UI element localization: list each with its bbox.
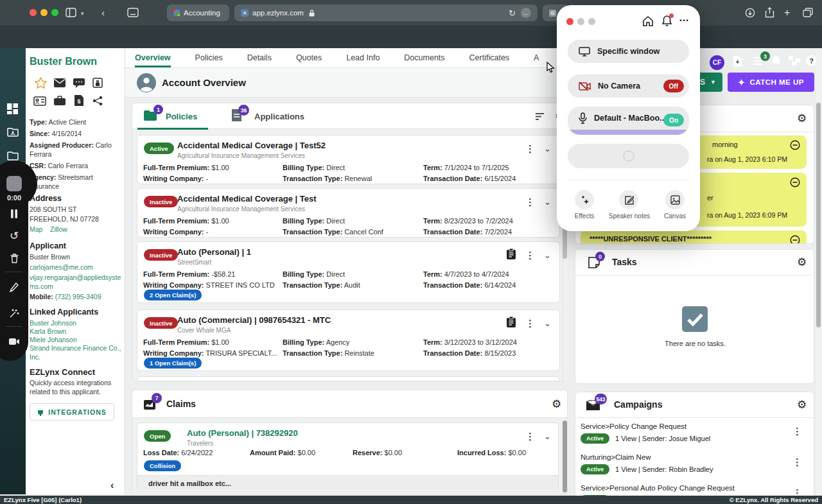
invoice-icon[interactable]: $ [74, 95, 83, 106]
open-claims-pill[interactable]: 2 Open Claim(s) [144, 290, 202, 300]
open-claims-pill[interactable]: 1 Open Claim(s) [144, 358, 202, 369]
tab-overview-icon[interactable] [803, 8, 813, 17]
mobile-link[interactable]: (732) 995-3409 [55, 293, 101, 300]
tab-details[interactable]: Details [247, 53, 272, 62]
clipboard-icon[interactable] [507, 317, 516, 327]
downloads-icon[interactable] [745, 8, 755, 18]
claims-scrollbar-thumb[interactable] [563, 421, 567, 492]
claim-title[interactable]: Auto (Personal) | 738292920 [187, 428, 298, 438]
favorite-star-icon[interactable] [35, 77, 47, 89]
sort-icon[interactable] [536, 112, 546, 121]
delete-recording-icon[interactable] [0, 254, 28, 263]
expand-chevron-icon[interactable]: ⌄ [544, 431, 551, 441]
speaker-notes-button[interactable] [619, 190, 638, 209]
dashboard-icon[interactable] [7, 103, 18, 114]
overlay-more-icon[interactable]: … [679, 12, 690, 24]
policy-wallet-icon[interactable] [92, 78, 103, 88]
tab-policies-inner[interactable]: Policies [166, 112, 197, 121]
campaign-item[interactable]: Nurturing>Claim New Active 1 View | Send… [581, 453, 792, 474]
tab-documents[interactable]: Documents [404, 53, 444, 62]
overlay-minimize-button[interactable] [577, 18, 584, 25]
policy-title[interactable]: Accidental Medical Coverage | Test52 [177, 141, 326, 150]
loading-source-button[interactable] [568, 144, 689, 168]
share-contact-icon[interactable] [92, 96, 103, 106]
email-icon[interactable] [54, 78, 66, 87]
microphone-select-button[interactable]: Default - MacBoo... On [568, 107, 689, 135]
folder-icon[interactable] [7, 151, 19, 161]
share-icon[interactable] [765, 7, 774, 18]
specific-window-button[interactable]: Specific window [568, 40, 689, 63]
claims-settings-icon[interactable]: ⚙ [552, 397, 561, 411]
linked-applicant-link[interactable]: Buster Johnson [30, 318, 76, 327]
zillow-link[interactable]: Zillow [50, 225, 67, 234]
new-tab-icon[interactable]: + [784, 7, 790, 19]
help-icon[interactable]: ? [806, 55, 817, 66]
chat-icon[interactable] [73, 78, 85, 88]
pen-icon[interactable] [0, 282, 28, 293]
linked-applicant-link[interactable]: Karla Brown [30, 327, 66, 336]
workflow-icon[interactable] [789, 56, 800, 65]
integrations-button[interactable]: INTEGRATIONS [30, 403, 114, 421]
back-icon[interactable]: ‹ [101, 7, 105, 18]
zoom-window-button[interactable] [51, 9, 58, 16]
policy-card[interactable]: Active Accidental Medical Coverage | Tes… [137, 135, 560, 184]
campaign-menu-icon[interactable]: ⋮ [792, 426, 802, 437]
briefcase-icon[interactable] [54, 96, 66, 106]
policy-title[interactable]: Accidental Medical Coverage | Test [177, 194, 317, 204]
policy-card[interactable]: Inactive Auto (Personal) | 1 StreetSmart… [137, 241, 560, 303]
stop-record-icon[interactable] [6, 176, 22, 191]
notes-settings-icon[interactable]: ⚙ [797, 112, 807, 125]
policy-title[interactable]: Auto (Personal) | 1 [177, 247, 251, 257]
policy-menu-icon[interactable]: ⋮ [525, 250, 535, 261]
avatar[interactable]: CF [710, 55, 724, 70]
email-link[interactable]: carlojames@me.com [30, 263, 93, 272]
linked-applicant-link[interactable]: Miele Johanson [30, 335, 77, 344]
effects-wand-icon[interactable] [0, 308, 28, 318]
bell-icon[interactable] [771, 55, 781, 66]
tab-overview[interactable]: Overview [135, 49, 171, 67]
refresh-icon[interactable]: ↻ [509, 8, 516, 18]
camera-icon[interactable] [0, 338, 28, 345]
overlay-close-button[interactable] [566, 18, 573, 25]
pause-icon[interactable] [0, 209, 28, 218]
new-document-icon[interactable]: + [733, 55, 742, 67]
page-scrollbar-thumb[interactable] [816, 103, 821, 327]
collapse-sidebar-icon[interactable]: ‹ [110, 480, 114, 491]
linked-applicant-link[interactable]: Strand Insurance Finance Co., Inc. [30, 343, 123, 361]
claim-menu-icon[interactable]: ⋮ [525, 431, 535, 442]
home-icon[interactable] [642, 15, 654, 27]
reader-icon[interactable] [127, 8, 139, 17]
campaigns-settings-icon[interactable]: ⚙ [797, 398, 807, 412]
expand-chevron-icon[interactable]: ⌄ [544, 197, 551, 207]
email-link[interactable]: vijay.rengarajan@appliedsystems.com [30, 273, 123, 291]
camera-select-button[interactable]: No Camera Off [568, 74, 689, 98]
tasks-settings-icon[interactable]: ⚙ [797, 256, 807, 269]
map-link[interactable]: Map [30, 225, 42, 234]
contact-card-icon[interactable] [33, 96, 46, 106]
tab-policies[interactable]: Policies [195, 53, 223, 62]
campaign-menu-icon[interactable]: ⋮ [792, 456, 802, 468]
remove-note-icon[interactable] [790, 140, 800, 150]
remove-note-icon[interactable] [790, 235, 800, 244]
chevron-down-icon[interactable]: ▾ [81, 10, 84, 17]
policy-menu-icon[interactable]: ⋮ [525, 196, 535, 208]
claim-card[interactable]: Open Auto (Personal) | 738292920 Travele… [137, 422, 559, 492]
browser-tab-accounting[interactable]: Accounting - Ch... [167, 4, 229, 21]
expand-chevron-icon[interactable]: ⌄ [544, 318, 551, 328]
policy-title[interactable]: Auto (Commercial) | 0987654321 - MTC [177, 315, 331, 325]
overlay-zoom-button[interactable] [588, 18, 595, 25]
policy-card[interactable]: Inactive Accidental Medical Coverage | T… [137, 188, 560, 238]
tab-certificates[interactable]: Certificates [469, 53, 510, 62]
sidebar-toggle-icon[interactable] [66, 8, 76, 17]
notifications-bell-icon[interactable] [661, 15, 672, 27]
expand-chevron-icon[interactable]: ⌄ [544, 250, 551, 260]
sticky-note[interactable]: *****UNRESPONSIVE CLIENT********* [581, 230, 807, 244]
expand-chevron-icon[interactable]: ⌄ [544, 144, 551, 153]
policy-menu-icon[interactable]: ⋮ [525, 143, 535, 155]
restart-icon[interactable]: ↺ [0, 229, 28, 243]
tab-quotes[interactable]: Quotes [296, 53, 322, 62]
close-window-button[interactable] [30, 9, 37, 16]
effects-button[interactable] [575, 190, 594, 209]
remove-note-icon[interactable] [790, 177, 800, 187]
policy-card[interactable]: Inactive Auto (Commercial) | 0987654321 … [137, 309, 560, 371]
